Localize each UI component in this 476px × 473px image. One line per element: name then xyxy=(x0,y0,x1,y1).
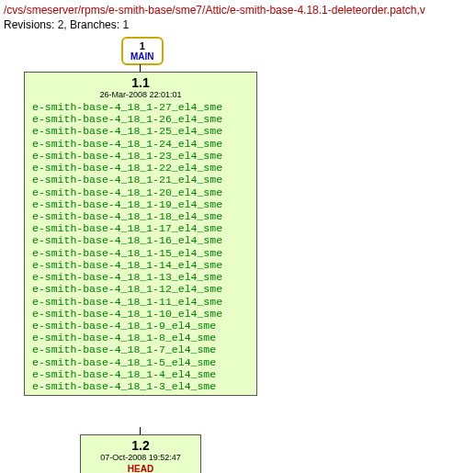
tag: e-smith-base-4_18_1-16_el4_sme xyxy=(32,234,249,246)
tag: e-smith-base-4_18_1-15_el4_sme xyxy=(32,247,249,259)
tag: e-smith-base-4_18_1-3_el4_sme xyxy=(32,380,249,392)
revision-date: 26-Mar-2008 22:01:01 xyxy=(32,90,249,99)
revisions-summary: Revisions: 2, Branches: 1 xyxy=(4,18,476,31)
tag: e-smith-base-4_18_1-11_el4_sme xyxy=(32,296,249,308)
revision-node-1: 1.1 26-Mar-2008 22:01:01 e-smith-base-4_… xyxy=(24,72,257,396)
tag: e-smith-base-4_18_1-4_el4_sme xyxy=(32,368,249,380)
tag: e-smith-base-4_18_1-24_el4_sme xyxy=(32,138,249,150)
tag: e-smith-base-4_18_1-17_el4_sme xyxy=(32,222,249,234)
tag: e-smith-base-4_18_1-23_el4_sme xyxy=(32,150,249,162)
branch-name: MAIN xyxy=(130,51,154,62)
revision-number: 1.1 xyxy=(32,75,249,90)
tag: e-smith-base-4_18_1-19_el4_sme xyxy=(32,198,249,210)
revision-number: 1.2 xyxy=(88,438,193,453)
tag: e-smith-base-4_18_1-18_el4_sme xyxy=(32,210,249,222)
tag: e-smith-base-4_18_1-26_el4_sme xyxy=(32,113,249,125)
tag: e-smith-base-4_18_1-20_el4_sme xyxy=(32,186,249,198)
connector-line xyxy=(140,427,141,434)
tag: e-smith-base-4_18_1-7_el4_sme xyxy=(32,343,249,355)
connector-line xyxy=(140,64,141,72)
tag: e-smith-base-4_18_1-12_el4_sme xyxy=(32,283,249,295)
tag: e-smith-base-4_18_1-27_el4_sme xyxy=(32,101,249,113)
branch-number: 1 xyxy=(130,40,154,51)
tag: e-smith-base-4_18_1-8_el4_sme xyxy=(32,332,249,343)
tag: e-smith-base-4_18_1-10_el4_sme xyxy=(32,308,249,320)
graph-container: 1 MAIN 1.1 26-Mar-2008 22:01:01 e-smith-… xyxy=(4,37,472,473)
tag: e-smith-base-4_18_1-22_el4_sme xyxy=(32,162,249,174)
revision-node-2: 1.2 07-Oct-2008 19:52:47 HEAD xyxy=(80,434,201,473)
head-label: HEAD xyxy=(88,464,193,473)
tag: e-smith-base-4_18_1-13_el4_sme xyxy=(32,271,249,283)
tag: e-smith-base-4_18_1-21_el4_sme xyxy=(32,174,249,186)
branch-node: 1 MAIN xyxy=(121,37,164,65)
tag: e-smith-base-4_18_1-5_el4_sme xyxy=(32,356,249,368)
revision-date: 07-Oct-2008 19:52:47 xyxy=(88,453,193,462)
tag-list: e-smith-base-4_18_1-27_el4_smee-smith-ba… xyxy=(32,101,249,392)
tag: e-smith-base-4_18_1-25_el4_sme xyxy=(32,125,249,137)
tag: e-smith-base-4_18_1-9_el4_sme xyxy=(32,320,249,332)
file-path: /cvs/smeserver/rpms/e-smith-base/sme7/At… xyxy=(4,4,476,17)
tag: e-smith-base-4_18_1-14_el4_sme xyxy=(32,259,249,271)
